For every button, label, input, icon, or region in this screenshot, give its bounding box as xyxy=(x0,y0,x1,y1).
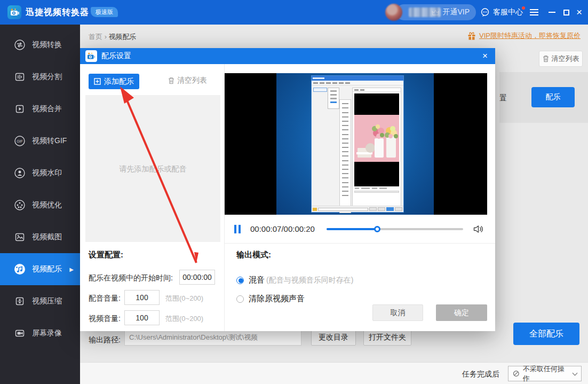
dialog-close-icon[interactable]: × xyxy=(480,51,490,61)
vip-promo-text: VIP限时特惠活动，即将恢复原价 xyxy=(479,31,581,41)
playback-time: 00:00:07/00:00:20 xyxy=(250,224,315,233)
sidebar-item-gif[interactable]: GIF 视频转GIF xyxy=(0,125,80,157)
sidebar-item-compress[interactable]: 视频压缩 xyxy=(0,285,80,317)
video-preview[interactable] xyxy=(225,73,487,215)
sidebar-item-merge[interactable]: 视频合并 xyxy=(0,93,80,125)
prohibit-icon xyxy=(513,370,520,377)
sidebar-item-label: 视频水印 xyxy=(32,168,62,178)
radio-remove-original[interactable]: 清除原视频声音 xyxy=(236,294,305,304)
dialog-logo-icon xyxy=(85,50,97,62)
watermark-icon xyxy=(14,167,26,179)
apply-all-music-button[interactable]: 全部配乐 xyxy=(513,323,579,345)
start-time-label: 配乐在视频中的开始时间: xyxy=(89,273,173,283)
svg-text:GIF: GIF xyxy=(17,139,23,143)
radio-remove-label: 清除原视频声音 xyxy=(249,294,305,304)
sidebar-item-optimize[interactable]: 视频优化 xyxy=(0,189,80,221)
screenshot-icon xyxy=(14,231,26,243)
confirm-button[interactable]: 确定 xyxy=(436,304,487,321)
dialog-clear-list-button[interactable]: 清空列表 xyxy=(168,76,207,85)
video-volume-label: 视频音量: xyxy=(89,314,121,324)
dub-volume-label: 配音音量: xyxy=(89,294,121,303)
dialog-header: 配乐设置 × xyxy=(80,48,495,64)
sidebar-item-label: 视频合并 xyxy=(32,104,62,114)
radio-mix[interactable]: 混音 (配音与视频音乐同时存在) xyxy=(236,275,353,285)
sidebar-item-label: 视频分割 xyxy=(32,72,62,82)
convert-icon xyxy=(14,39,26,51)
sidebar-item-label: 视频优化 xyxy=(32,200,62,210)
customer-service-button[interactable]: 客服中心 xyxy=(480,0,523,25)
open-vip-label: 开通VIP xyxy=(442,7,470,17)
sidebar-item-label: 视频转GIF xyxy=(32,136,67,146)
dialog-clear-list-label: 清空列表 xyxy=(177,76,207,85)
sidebar-item-label: 视频转换 xyxy=(32,40,62,50)
sidebar-item-split[interactable]: 视频分割 xyxy=(0,61,80,93)
divider xyxy=(225,243,495,244)
after-task-dropdown[interactable]: 不采取任何操作 xyxy=(508,366,582,381)
breadcrumb-current: 视频配乐 xyxy=(109,33,137,41)
change-directory-button[interactable]: 更改目录 xyxy=(311,330,356,346)
music-settings-dialog: 配乐设置 × 添加配乐 清空列表 请先添加配乐或配音 设置配置: 配乐在视频中的… xyxy=(80,48,495,331)
volume-icon[interactable] xyxy=(473,224,483,234)
censored-username xyxy=(409,7,441,17)
video-frame-window xyxy=(311,75,404,213)
output-mode-heading: 输出模式: xyxy=(236,250,271,260)
sidebar-item-convert[interactable]: 视频转换 xyxy=(0,29,80,61)
sidebar-item-record[interactable]: 屏幕录像 xyxy=(0,317,80,349)
active-arrow-icon: ▶ xyxy=(69,267,74,272)
add-music-button[interactable]: 添加配乐 xyxy=(89,74,139,89)
record-icon xyxy=(14,327,26,339)
close-button[interactable]: × xyxy=(576,0,582,25)
breadcrumb-home[interactable]: 首页 xyxy=(89,33,102,41)
compress-icon xyxy=(14,295,26,307)
open-folder-button[interactable]: 打开文件夹 xyxy=(363,330,411,346)
sidebar-item-music[interactable]: 视频配乐 ▶ xyxy=(0,253,80,285)
add-music-label: 添加配乐 xyxy=(104,77,134,87)
radio-selected-icon xyxy=(236,277,244,284)
breadcrumb-separator: › xyxy=(105,33,107,41)
start-time-input[interactable] xyxy=(179,270,215,285)
music-button[interactable]: 配乐 xyxy=(531,87,575,107)
trash-icon xyxy=(543,55,549,62)
settings-heading: 设置配置: xyxy=(89,250,123,260)
seek-fill xyxy=(327,228,377,230)
chevron-down-icon xyxy=(573,370,578,375)
dub-volume-range: 范围(0~200) xyxy=(165,294,203,303)
avatar[interactable] xyxy=(385,4,402,21)
app-title: 迅捷视频转换器 xyxy=(26,7,89,18)
video-frame-flowers xyxy=(354,115,399,162)
menu-icon[interactable] xyxy=(529,0,539,25)
page-clear-list-button[interactable]: 清空列表 xyxy=(539,51,583,67)
dub-volume-input[interactable] xyxy=(124,290,160,305)
sidebar: 视频转换 视频分割 视频合并 GIF 视频转GIF 视频水印 视频优化 视频截图… xyxy=(0,25,80,384)
video-volume-range: 范围(0~200) xyxy=(165,314,203,324)
video-volume-input[interactable] xyxy=(124,310,160,325)
vip-promo-link[interactable]: VIP限时特惠活动，即将恢复原价 xyxy=(467,31,581,41)
maximize-button[interactable] xyxy=(563,0,569,25)
sidebar-item-label: 视频配乐 xyxy=(32,264,62,274)
seek-knob[interactable] xyxy=(374,226,380,232)
output-path-label: 输出路径: xyxy=(89,335,121,345)
pause-icon[interactable] xyxy=(234,225,242,233)
gift-icon xyxy=(467,32,476,40)
after-task-option: 不采取任何操作 xyxy=(523,364,570,383)
player-controls: 00:00:07/00:00:20 xyxy=(225,215,495,243)
optimize-icon xyxy=(14,199,26,211)
titlebar: 迅捷视频转换器 极速版 开通VIP 客服中心 × xyxy=(0,0,588,25)
music-icon xyxy=(14,263,26,275)
minimize-button[interactable] xyxy=(549,0,555,25)
plus-box-icon xyxy=(94,78,101,85)
task-card-label-partial: 置 xyxy=(499,93,507,103)
split-icon xyxy=(14,71,26,83)
output-path-input[interactable] xyxy=(124,330,301,346)
radio-unselected-icon xyxy=(236,295,244,303)
customer-service-label: 客服中心 xyxy=(493,7,523,17)
radio-mix-label: 混音 xyxy=(249,275,265,285)
seek-slider[interactable] xyxy=(327,228,463,230)
notification-dot xyxy=(522,6,525,10)
cancel-button[interactable]: 取消 xyxy=(372,304,423,321)
sidebar-item-watermark[interactable]: 视频水印 xyxy=(0,157,80,189)
gif-icon: GIF xyxy=(14,135,26,147)
open-vip-button[interactable]: 开通VIP xyxy=(396,4,476,20)
breadcrumb: 首页 › 视频配乐 xyxy=(89,32,137,42)
sidebar-item-screenshot[interactable]: 视频截图 xyxy=(0,221,80,253)
